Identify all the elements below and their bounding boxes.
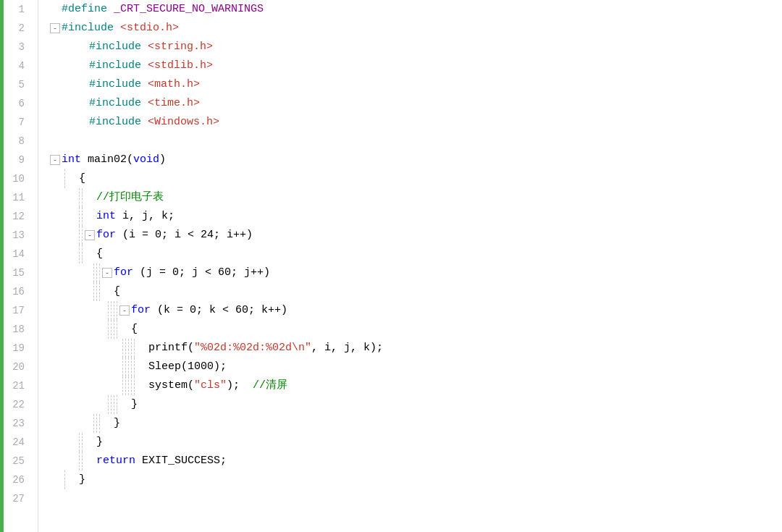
code-line: { xyxy=(44,169,782,188)
guide-line-0 xyxy=(122,376,123,395)
line-number: 18 xyxy=(4,320,30,339)
guide-line-2 xyxy=(114,320,114,339)
code-token: <string.h> xyxy=(148,38,213,56)
code-token: main02 xyxy=(88,151,127,169)
guide-line-1 xyxy=(82,188,83,207)
code-line: -for (i = 0; i < 24; i++) xyxy=(44,226,782,245)
line-number: 22 xyxy=(4,395,30,414)
code-token: #include xyxy=(76,113,148,132)
code-line: return EXIT_SUCCESS; xyxy=(44,452,782,470)
code-line: } xyxy=(44,395,782,414)
code-line: } xyxy=(44,414,782,433)
guide-line-1 xyxy=(125,376,126,395)
code-line: #include <Windows.h> xyxy=(44,113,782,132)
code-token: EXIT_SUCCESS; xyxy=(142,452,227,470)
code-token: void xyxy=(133,151,159,169)
code-token: #include xyxy=(62,19,120,38)
line-number: 1 xyxy=(4,0,30,19)
fold-icon[interactable]: - xyxy=(102,268,112,278)
code-token: (j = 0; j < 60; j++) xyxy=(140,263,270,282)
code-line: -#include <stdio.h> xyxy=(44,19,782,38)
code-token: { xyxy=(131,320,138,339)
guide-line-3 xyxy=(117,320,117,339)
line-number: 17 xyxy=(4,301,30,320)
code-token: } xyxy=(96,433,103,452)
code-token: <Windows.h> xyxy=(148,113,219,132)
code-token: int xyxy=(62,151,88,169)
guide-line-2 xyxy=(128,339,129,358)
line-number: 8 xyxy=(4,132,30,151)
guide-line-1 xyxy=(96,282,97,301)
code-token: printf( xyxy=(148,339,194,358)
guide-line-3 xyxy=(131,376,132,395)
code-line: } xyxy=(44,433,782,452)
code-line: #include <math.h> xyxy=(44,75,782,94)
code-token: #include xyxy=(76,94,148,113)
code-token: <stdlib.h> xyxy=(148,56,213,75)
guide-line-1 xyxy=(125,358,126,376)
code-token: //清屏 xyxy=(253,376,287,395)
fold-icon[interactable]: - xyxy=(50,23,60,33)
line-number: 10 xyxy=(4,169,30,188)
code-token: #include xyxy=(76,56,148,75)
code-token: int xyxy=(96,207,122,226)
guide-line-1 xyxy=(82,433,83,452)
line-numbers: 1234567891011121314151617181920212223242… xyxy=(4,0,38,532)
guide-line-0 xyxy=(79,433,80,452)
code-token: i, j, k; xyxy=(122,207,175,226)
fold-icon[interactable]: - xyxy=(50,155,60,165)
guide-line-0 xyxy=(79,245,80,263)
code-token: } xyxy=(79,470,85,489)
guide-line-1 xyxy=(111,320,112,339)
guide-line-0 xyxy=(108,301,109,320)
line-number: 4 xyxy=(4,56,30,75)
code-line: { xyxy=(44,245,782,263)
guide-line-3 xyxy=(117,395,117,414)
line-number: 12 xyxy=(4,207,30,226)
guide-line-1 xyxy=(111,301,112,320)
line-number: 27 xyxy=(4,489,30,508)
code-line: //打印电子表 xyxy=(44,188,782,207)
line-number: 5 xyxy=(4,75,30,94)
guide-line-1 xyxy=(82,245,83,263)
guide-line-0 xyxy=(93,263,94,282)
code-token: for xyxy=(96,226,122,245)
line-number: 16 xyxy=(4,282,30,301)
line-number: 6 xyxy=(4,94,30,113)
code-area[interactable]: #define _CRT_SECURE_NO_WARNINGS-#include… xyxy=(38,0,782,532)
code-line: -for (j = 0; j < 60; j++) xyxy=(44,263,782,282)
line-number: 2 xyxy=(4,19,30,38)
code-token: #define xyxy=(62,0,114,19)
line-number: 21 xyxy=(4,376,30,395)
code-token: Sleep(1000); xyxy=(148,358,227,376)
code-line: -for (k = 0; k < 60; k++) xyxy=(44,301,782,320)
line-number: 11 xyxy=(4,188,30,207)
code-token: system( xyxy=(148,376,194,395)
code-token: for xyxy=(114,263,140,282)
fold-icon[interactable]: - xyxy=(85,230,95,240)
guide-line-0 xyxy=(64,169,65,188)
guide-line-0 xyxy=(64,470,65,489)
guide-line-0 xyxy=(79,452,80,470)
line-number: 19 xyxy=(4,339,30,358)
fold-icon[interactable]: - xyxy=(119,305,130,316)
guide-line-0 xyxy=(108,395,109,414)
code-token: } xyxy=(114,414,120,433)
guide-line-1 xyxy=(82,452,83,470)
code-token: return xyxy=(96,452,142,470)
guide-line-0 xyxy=(93,414,94,433)
line-number: 25 xyxy=(4,452,30,470)
code-token: "cls" xyxy=(194,376,227,395)
code-line: printf("%02d:%02d:%02d\n", i, j, k); xyxy=(44,339,782,358)
guide-line-2 xyxy=(114,301,114,320)
code-line: #include <time.h> xyxy=(44,94,782,113)
code-token: ); xyxy=(227,376,253,395)
code-token: , i, j, k); xyxy=(311,339,383,358)
code-line xyxy=(44,132,782,151)
code-line: int i, j, k; xyxy=(44,207,782,226)
code-line: system("cls"); //清屏 xyxy=(44,376,782,395)
guide-line-0 xyxy=(79,188,80,207)
guide-line-2 xyxy=(114,395,114,414)
code-line: #define _CRT_SECURE_NO_WARNINGS xyxy=(44,0,782,19)
code-token: <math.h> xyxy=(148,75,200,94)
